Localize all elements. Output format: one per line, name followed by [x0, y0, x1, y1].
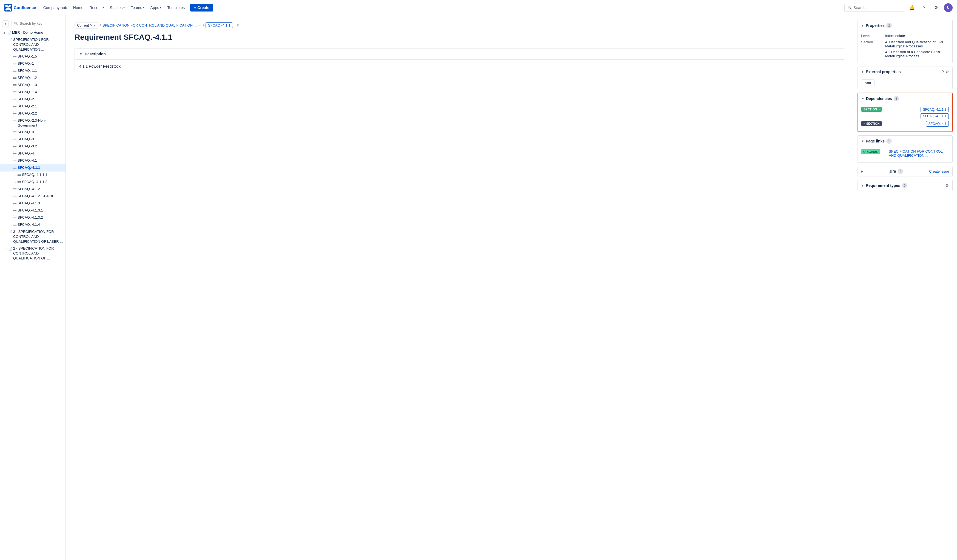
sidebar-item-label: MBR - Démo Home	[12, 30, 43, 35]
sidebar-item-sfcaq-2[interactable]: •≡≡SFCAQ.-2	[0, 96, 65, 103]
tree-icon: ≡≡	[13, 165, 17, 171]
breadcrumb: Current ✕ ▾ / SPECIFICATION FOR CONTROL …	[74, 22, 844, 28]
sidebar-item-sfcaq-4.1[interactable]: •≡≡SFCAQ.-4.1	[0, 157, 65, 164]
tree-icon: ≡≡	[13, 97, 17, 102]
breadcrumb-parent[interactable]: SPECIFICATION FOR CONTROL AND QUALIFICAT…	[103, 23, 197, 27]
version-clear[interactable]: ✕	[90, 23, 93, 27]
app-layout: ‹ 🔍 ▼ 📄 MBR - Démo Home •📄SPECIFICATION …	[0, 15, 957, 560]
sidebar-item-sfcaq-4.1.3.2[interactable]: •≡≡SFCAQ.-4.1.3.2	[0, 214, 65, 221]
tree-label: SFCAQ.-2	[17, 97, 34, 102]
ext-props-settings-icon[interactable]: ⚙	[946, 69, 949, 74]
user-avatar[interactable]: U	[944, 3, 952, 12]
create-button[interactable]: + Create	[190, 4, 213, 11]
sidebar-item-sfcaq-4[interactable]: •≡≡SFCAQ.-4	[0, 150, 65, 157]
ext-props-add-button[interactable]: Add	[861, 79, 875, 86]
sidebar-item-sfcaq-1[interactable]: •≡≡SFCAQ.-1	[0, 60, 65, 68]
help-icon[interactable]: ?	[920, 3, 929, 12]
search-input[interactable]	[853, 5, 902, 10]
sidebar-item-sfcaq-1.4[interactable]: •≡≡SFCAQ.-1.4	[0, 89, 65, 96]
tree-icon: 📄	[8, 246, 13, 251]
sidebar-item-sfcaq-4.1.2[interactable]: •≡≡SFCAQ.-4.1.2	[0, 186, 65, 193]
tree-dot: •	[10, 165, 12, 171]
external-properties-header[interactable]: ▼ External properties ? ⚙	[858, 67, 952, 77]
tree-label: SFCAQ.-4.1.3.1	[17, 208, 43, 213]
version-chevron[interactable]: ▾	[94, 24, 96, 27]
description-panel-header[interactable]: ▼ Description	[75, 49, 844, 60]
properties-header[interactable]: ▼ Properties 2	[858, 20, 952, 31]
dep-chevron: ▼	[861, 97, 864, 100]
dependencies-header[interactable]: ▼ Dependencies 3	[858, 93, 952, 104]
sidebar-item-sfcaq-4.1.2.1[interactable]: •≡≡SFCAQ.-4.1.2.1-L-PBF	[0, 193, 65, 200]
breadcrumb-dots[interactable]: ···	[198, 23, 201, 27]
sidebar-item-spec-2[interactable]: •📄2 - SPECIFICATION FOR CONTROL AND QUAL…	[0, 245, 65, 262]
jira-count: 0	[897, 169, 903, 174]
req-types-header[interactable]: ▼ Requirement types 0 ⚙	[858, 180, 952, 191]
sidebar-item-spec-root[interactable]: •📄SPECIFICATION FOR CONTROL AND QUALIFIC…	[0, 36, 65, 53]
notifications-icon[interactable]: 🔔	[908, 3, 916, 12]
sidebar-item-spec-3[interactable]: •📄3 - SPECIFICATION FOR CONTROL AND QUAL…	[0, 229, 65, 245]
sidebar-item-sfcaq-4.1.3.1[interactable]: •≡≡SFCAQ.-4.1.3.1	[0, 207, 65, 214]
tree-label: SFCAQ.-1.3	[17, 82, 37, 87]
nav-apps[interactable]: Apps ▾	[148, 4, 164, 11]
sidebar-item-sfcaq-3.2[interactable]: •≡≡SFCAQ.-3.2	[0, 143, 65, 150]
sidebar-back-button[interactable]: ‹	[2, 20, 9, 27]
sidebar-item-sfcaq-4.1.3[interactable]: •≡≡SFCAQ.-4.1.3	[0, 200, 65, 207]
tree-icon: ≡≡	[13, 144, 17, 149]
properties-title: Properties	[866, 23, 884, 28]
nav-logo[interactable]: Confluence	[5, 4, 36, 11]
page-icon: 📄	[7, 30, 11, 36]
nav-templates[interactable]: Templates	[164, 4, 188, 11]
nav-teams[interactable]: Teams ▾	[128, 4, 147, 11]
sidebar-item-sfcaq-4.1.1.2[interactable]: •≡≡SFCAQ.-4.1.1.2	[0, 178, 65, 186]
dependencies-body: SECTION > SFCAQ.-4.1.1.2 SFCAQ.-4.1.1.1 …	[858, 104, 952, 131]
nav-home[interactable]: Home	[70, 4, 86, 11]
jira-row: ▶ Jira 0 Create issue	[858, 166, 952, 176]
sidebar-item-sfcaq-3.1[interactable]: •≡≡SFCAQ.-3.1	[0, 136, 65, 143]
dep-count: 3	[894, 96, 899, 101]
sidebar-item-sfcaq-1.3[interactable]: •≡≡SFCAQ.-1.3	[0, 82, 65, 89]
tree-icon: ≡≡	[13, 158, 17, 164]
sidebar-item-sfcaq-4.1.1.1[interactable]: •≡≡SFCAQ.-4.1.1.1	[0, 172, 65, 178]
sidebar-tree: •📄SPECIFICATION FOR CONTROL AND QUALIFIC…	[0, 36, 65, 262]
sidebar-item-mbr-root[interactable]: ▼ 📄 MBR - Démo Home	[0, 29, 65, 36]
tree-dot: •	[5, 229, 8, 235]
sidebar-search-input[interactable]	[20, 21, 61, 25]
dep-link-3[interactable]: SFCAQ.-4.1	[926, 121, 949, 126]
prop-level-label: Level	[861, 34, 883, 38]
req-types-section: ▼ Requirement types 0 ⚙	[858, 180, 952, 191]
sidebar-item-sfcaq-4.1.1[interactable]: •≡≡SFCAQ.-4.1.1	[0, 164, 65, 172]
page-links-header[interactable]: ▼ Page links 1	[858, 136, 952, 147]
version-selector[interactable]: Current ✕ ▾	[74, 22, 98, 28]
req-types-gear-icon[interactable]: ⚙	[946, 183, 949, 188]
search-box[interactable]: 🔍	[844, 4, 904, 11]
sidebar-item-sfcaq-2.2[interactable]: •≡≡SFCAQ.-2.2	[0, 110, 65, 117]
tree-dot: •	[10, 104, 12, 109]
settings-icon[interactable]: ⚙	[932, 3, 941, 12]
top-nav: Confluence Company hub Home Recent ▾ Spa…	[0, 0, 957, 15]
sidebar-item-sfcaq-3[interactable]: •≡≡SFCAQ.-3	[0, 129, 65, 136]
page-link-url[interactable]: SPECIFICATION FOR CONTROL AND QUALIFICAT…	[889, 149, 949, 158]
dep-section-in-badge: < SECTION	[861, 121, 882, 126]
sidebar-item-sfcaq-1.5[interactable]: •≡≡SFCAQ.-1.5	[0, 53, 65, 60]
jira-chevron[interactable]: ▶	[861, 170, 863, 173]
tree-icon: ≡≡	[13, 82, 17, 88]
sidebar-item-sfcaq-1.1[interactable]: •≡≡SFCAQ.-1.1	[0, 68, 65, 74]
sidebar-item-sfcaq-4.1.4[interactable]: •≡≡SFCAQ.-4.1.4	[0, 221, 65, 229]
nav-spaces[interactable]: Spaces ▾	[107, 4, 128, 11]
tree-label: SFCAQ.-1	[17, 61, 34, 66]
sidebar-item-sfcaq-2.1[interactable]: •≡≡SFCAQ.-2.1	[0, 103, 65, 110]
page-links-title: Page links	[866, 139, 884, 143]
nav-recent[interactable]: Recent ▾	[87, 4, 106, 11]
dep-link-1[interactable]: SFCAQ.-4.1.1.2	[921, 107, 949, 112]
create-issue-link[interactable]: Create issue	[929, 169, 949, 174]
tree-dot: •	[10, 61, 12, 66]
tree-dot: •	[10, 90, 12, 95]
sidebar-item-sfcaq-2.3[interactable]: •≡≡SFCAQ.-2.3-Non-Government	[0, 117, 65, 129]
sidebar-search-box[interactable]: 🔍	[11, 20, 63, 27]
sidebar-item-sfcaq-1.2[interactable]: •≡≡SFCAQ.-1.2	[0, 74, 65, 82]
dep-link-2[interactable]: SFCAQ.-4.1.1.1	[921, 114, 949, 119]
nav-company-hub[interactable]: Company hub	[41, 4, 70, 11]
copy-icon[interactable]: ⎘	[235, 22, 241, 28]
ext-props-actions: ? ⚙	[942, 69, 949, 74]
ext-props-help-icon[interactable]: ?	[942, 69, 944, 74]
